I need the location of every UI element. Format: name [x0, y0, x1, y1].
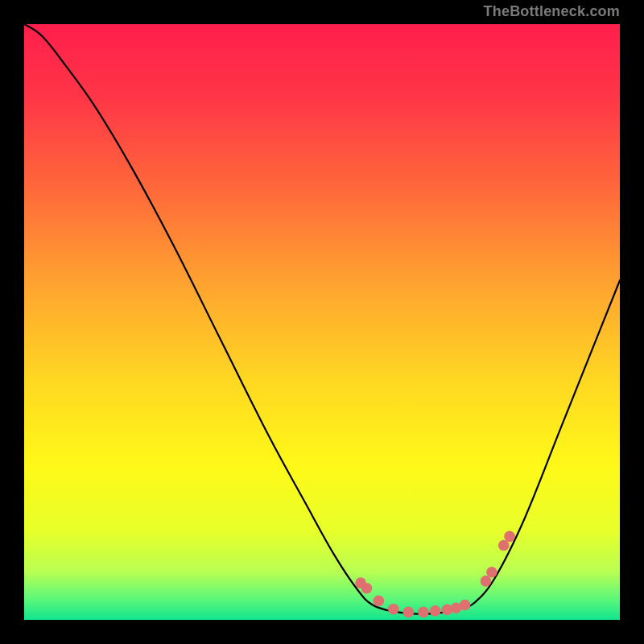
- curve-marker: [418, 607, 429, 618]
- curve-marker: [388, 604, 399, 615]
- bottleneck-curve: [24, 24, 620, 614]
- curve-marker: [486, 567, 497, 578]
- curve-marker: [403, 607, 415, 618]
- curve-marker: [361, 583, 373, 594]
- chart-frame: TheBottleneck.com: [0, 0, 644, 644]
- attribution-text: TheBottleneck.com: [484, 3, 620, 20]
- curve-marker: [374, 596, 385, 607]
- curve-marker: [460, 600, 471, 611]
- curve-marker: [481, 576, 492, 587]
- curve-marker: [498, 540, 510, 551]
- plot-curves: [24, 24, 620, 620]
- curve-marker: [430, 605, 441, 617]
- plot-area: [24, 24, 620, 620]
- curve-marker: [504, 531, 515, 543]
